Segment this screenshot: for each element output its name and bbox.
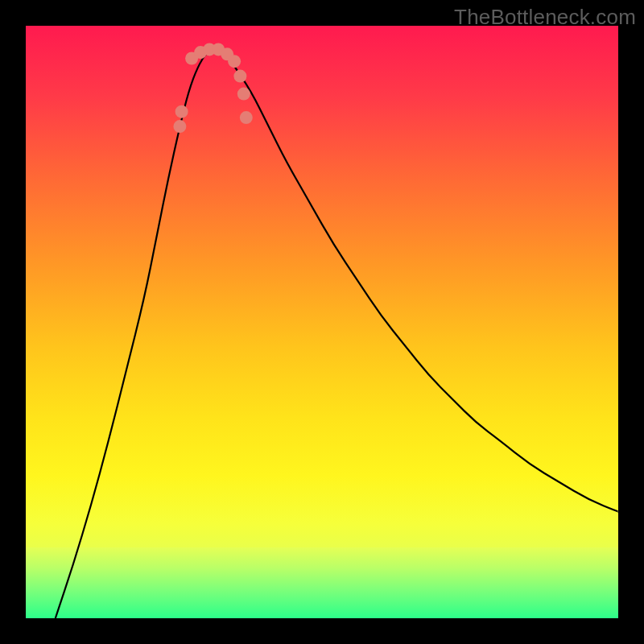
chart-svg [26, 26, 618, 618]
data-point [175, 105, 188, 118]
data-point [233, 70, 246, 83]
gradient-bg [26, 26, 618, 618]
green-band [26, 547, 618, 618]
data-point [228, 55, 241, 68]
data-point [237, 88, 250, 101]
outer-frame: TheBottleneck.com [0, 0, 644, 644]
data-point [240, 111, 253, 124]
plot-area [26, 26, 618, 618]
watermark-text: TheBottleneck.com [454, 5, 636, 30]
data-point [173, 120, 186, 133]
